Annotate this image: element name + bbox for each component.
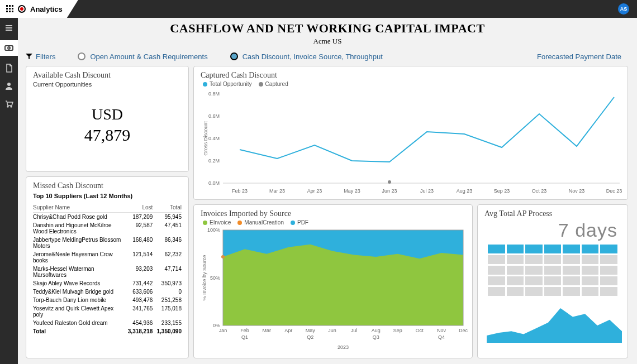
tab-cash-discount[interactable]: Cash Discount, Invoice Source, Throughpu… [230,52,383,61]
tab-open-amount[interactable]: Open Amount & Cash Requirements [78,52,207,61]
legend-label: PDF [297,219,308,226]
calendar-cell [563,245,580,253]
card-title: Invoices Imported by Source [201,209,465,218]
svg-text:Oct: Oct [416,328,424,333]
svg-point-15 [7,106,8,107]
calendar-cell [488,255,505,264]
cell-total: 47,451 [153,221,182,236]
svg-rect-2 [12,5,13,7]
table-row[interactable]: Chrisy&Chad Podd Rose gold187,20995,945 [33,213,182,222]
calendar-cell [544,255,562,264]
calendar-cell [525,266,543,275]
document-icon[interactable] [3,63,15,74]
svg-text:Gross Discount: Gross Discount [203,121,208,156]
svg-text:2023: 2023 [337,344,349,350]
legend-swatch [237,221,242,225]
calendar-cell [525,276,543,285]
card-available-cash-discount: Available Cash Discount Current Opportun… [26,66,189,172]
cell-total: 233,155 [153,319,182,327]
svg-rect-5 [12,8,13,9]
svg-text:0.4M: 0.4M [208,136,220,141]
svg-text:Mar: Mar [262,328,271,333]
chart-legend: Total Opportunity Captured [203,81,621,87]
kpi-currency: USD [33,106,182,123]
table-row[interactable]: Marks-Hessel Waterman Marsoftwares93,203… [33,265,182,279]
svg-text:May 23: May 23 [344,188,360,194]
calendar-cell [544,276,562,285]
calendar-cell [563,266,580,275]
table-row[interactable]: Teddy&Kiel Mulvagh Bridge gold633,6060 [33,288,182,296]
user-icon[interactable] [3,80,15,92]
avatar[interactable]: AS [618,3,629,15]
calendar-cell [544,266,562,275]
col-supplier: Supplier Name [33,203,124,213]
card-title: Available Cash Discount [33,71,182,80]
cart-icon[interactable] [3,98,15,109]
calendar-cell [582,255,599,264]
menu-icon[interactable] [3,22,15,33]
dashboard-grid: Available Cash Discount Current Opportun… [26,66,630,361]
calendar-cell [488,245,505,253]
cell-supplier: Youfeed Raleston Gold dream [33,319,124,327]
cell-total: 1,350,090 [153,327,182,336]
svg-rect-4 [9,8,11,9]
svg-rect-3 [6,8,8,9]
table-row[interactable]: Skajo Abley Wave Records731,442350,973 [33,279,182,288]
captured-chart[interactable]: 0.0M0.2M0.4M0.6M0.8MFeb 23Mar 23Apr 23Ma… [201,88,625,197]
cell-lost: 3,318,218 [124,327,153,336]
cell-total: 47,714 [153,265,182,279]
svg-text:Dec: Dec [459,328,468,333]
svg-text:Q3: Q3 [373,334,379,340]
cell-total: 0 [153,288,182,296]
cell-lost: 454,936 [124,319,153,327]
cell-total: 251,258 [153,296,182,304]
table-row[interactable]: Jerome&Neale Hayesman Crow books121,5146… [33,250,182,265]
table-row[interactable]: Torp-Bauch Dany Lion mobile493,476251,25… [33,296,182,304]
side-rail [0,18,18,364]
tab-label: Cash Discount, Invoice Source, Throughpu… [243,52,383,61]
calendar-cell [582,276,599,285]
legend-label: Captured [265,81,288,87]
calendar-cell [600,255,617,264]
svg-rect-1 [9,5,11,7]
calendar-cell [507,276,524,285]
cell-lost: 633,606 [124,288,153,296]
svg-text:Jul 23: Jul 23 [420,188,434,194]
cell-supplier: Total [33,327,124,336]
cell-supplier: Skajo Abley Wave Records [33,279,124,288]
cell-supplier: Chrisy&Chad Podd Rose gold [33,213,124,222]
calendar-cell [563,255,580,264]
svg-rect-12 [5,46,13,50]
calendar-cell [507,266,524,275]
legend-label: ManualCreation [244,219,284,226]
filters-button[interactable]: Filters [26,52,55,61]
calendar-cell [507,287,524,296]
calendar-cell [488,276,505,285]
legend-label: EInvoice [210,219,231,226]
cell-lost: 187,209 [124,213,153,222]
svg-point-14 [7,83,11,86]
table-row[interactable]: Danshin and Higounet McKilroe Wood Elect… [33,221,182,236]
table-row[interactable]: Jabbertype MeldingPetrus Blossom Motors1… [33,236,182,250]
calendar-cell [563,276,580,285]
calendar-cell [525,255,543,264]
col-lost: Lost [124,203,153,213]
card-subtitle: Current Opportunities [33,81,182,88]
invoice-source-chart[interactable]: 0%50%100%JanFebMarAprMayJunJulAugSepOctN… [201,227,469,352]
svg-text:Sep 23: Sep 23 [494,188,510,194]
card-subtitle: Top 10 Suppliers (Last 12 Months) [33,193,182,199]
svg-text:Aug: Aug [372,328,381,333]
cell-lost: 121,514 [124,250,153,265]
radio-dot-icon [230,52,238,60]
cell-lost: 168,480 [124,236,153,250]
svg-text:Jul: Jul [351,328,358,333]
apps-grid-icon[interactable] [6,4,15,13]
forecast-link[interactable]: Forecasted Payment Date [537,52,621,61]
cash-icon[interactable] [0,40,18,56]
cell-lost: 92,587 [124,221,153,236]
calendar-cell [525,287,543,296]
card-invoices-by-source: Invoices Imported by Source EInvoice Man… [193,204,473,358]
table-row[interactable]: Youfeed Raleston Gold dream454,936233,15… [33,319,182,327]
cell-lost: 341,765 [124,304,153,319]
table-row[interactable]: Yosevitz and Quirk Clewett Apex poly341,… [33,304,182,319]
